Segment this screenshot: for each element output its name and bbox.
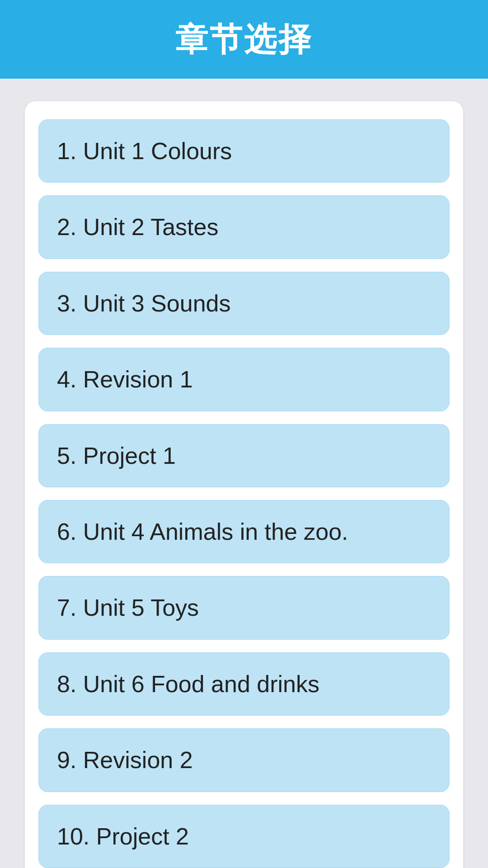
list-item[interactable]: 10. Project 2 [38,805,450,868]
list-item-label: 1. Unit 1 Colours [57,137,232,165]
content-area: 1. Unit 1 Colours2. Unit 2 Tastes3. Unit… [0,79,488,868]
list-item-label: 3. Unit 3 Sounds [57,289,230,317]
page-title: 章节选择 [175,21,313,57]
list-item[interactable]: 7. Unit 5 Toys [38,576,450,639]
list-item-label: 5. Project 1 [57,442,176,470]
chapter-list-card: 1. Unit 1 Colours2. Unit 2 Tastes3. Unit… [25,101,463,868]
list-item-label: 7. Unit 5 Toys [57,594,199,622]
list-item[interactable]: 6. Unit 4 Animals in the zoo. [38,500,450,563]
list-item-label: 10. Project 2 [57,822,189,850]
app-header: 章节选择 [0,0,488,79]
list-item[interactable]: 8. Unit 6 Food and drinks [38,652,450,716]
list-item-label: 6. Unit 4 Animals in the zoo. [57,518,348,546]
list-item-label: 4. Revision 1 [57,365,193,393]
list-item[interactable]: 4. Revision 1 [38,348,450,411]
chapter-list: 1. Unit 1 Colours2. Unit 2 Tastes3. Unit… [38,119,450,868]
list-item[interactable]: 5. Project 1 [38,424,450,487]
list-item-label: 8. Unit 6 Food and drinks [57,670,319,698]
list-item[interactable]: 2. Unit 2 Tastes [38,195,450,259]
list-item[interactable]: 9. Revision 2 [38,728,450,792]
list-item[interactable]: 3. Unit 3 Sounds [38,272,450,335]
list-item[interactable]: 1. Unit 1 Colours [38,119,450,183]
list-item-label: 9. Revision 2 [57,746,193,774]
list-item-label: 2. Unit 2 Tastes [57,213,218,241]
